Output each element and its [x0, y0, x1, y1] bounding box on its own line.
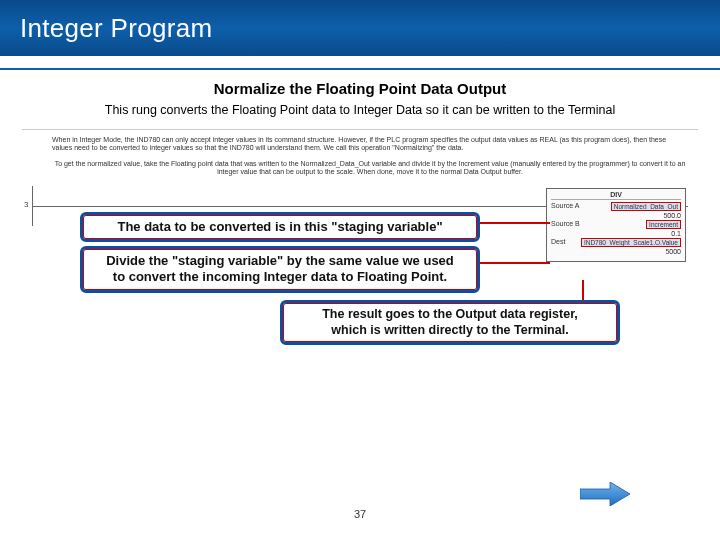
div-dest-label: Dest [551, 238, 565, 247]
div-sourceB-literal: 0.1 [671, 230, 681, 237]
div-instruction-block: DIV Source A Normalized_Data_Out 500.0 S… [546, 188, 686, 262]
diagram-note-2: To get the normalized value, take the Fl… [52, 160, 688, 177]
div-sourceB-value: Increment [646, 220, 681, 229]
callout-divide: Divide the "staging variable" by the sam… [80, 246, 480, 293]
section-description: This rung converts the Floating Point da… [22, 103, 698, 117]
callout-text: The data to be converted is in this "sta… [117, 219, 442, 234]
div-sourceA-literal: 500.0 [663, 212, 681, 219]
callout-text-line1: Divide the "staging variable" by the sam… [93, 253, 467, 269]
arrow-right-icon [580, 482, 630, 506]
callout-connector-1 [480, 222, 550, 224]
div-dest-literal: 5000 [665, 248, 681, 255]
page-number: 37 [0, 508, 720, 520]
callout-text-line2: to convert the incoming Integer data to … [93, 269, 467, 285]
div-dest-value: IND780_Weight_Scale1.O.Value [581, 238, 681, 247]
diagram-note-1: When in Integer Mode, the IND780 can onl… [52, 136, 688, 153]
div-block-header: DIV [551, 191, 681, 200]
div-sourceA-value: Normalized_Data_Out [611, 202, 681, 211]
callout-connector-2 [480, 262, 550, 264]
div-sourceA-label: Source A [551, 202, 579, 211]
next-slide-button[interactable] [580, 482, 630, 506]
callout-result: The result goes to the Output data regis… [280, 300, 620, 345]
content-area: Normalize the Floating Point Data Output… [0, 70, 720, 339]
callout-text-line2: which is written directly to the Termina… [293, 323, 607, 339]
callout-text-line1: The result goes to the Output data regis… [293, 307, 607, 323]
ladder-diagram: When in Integer Mode, the IND780 can onl… [22, 129, 698, 339]
callout-staging-variable: The data to be converted is in this "sta… [80, 212, 480, 242]
svg-marker-0 [580, 482, 630, 506]
callout-connector-3 [582, 280, 584, 300]
rung-number: 3 [24, 200, 28, 209]
div-sourceB-label: Source B [551, 220, 580, 229]
header-underline [0, 56, 720, 70]
section-title: Normalize the Floating Point Data Output [22, 80, 698, 97]
header-band: Integer Program [0, 0, 720, 56]
page-title: Integer Program [20, 13, 212, 44]
